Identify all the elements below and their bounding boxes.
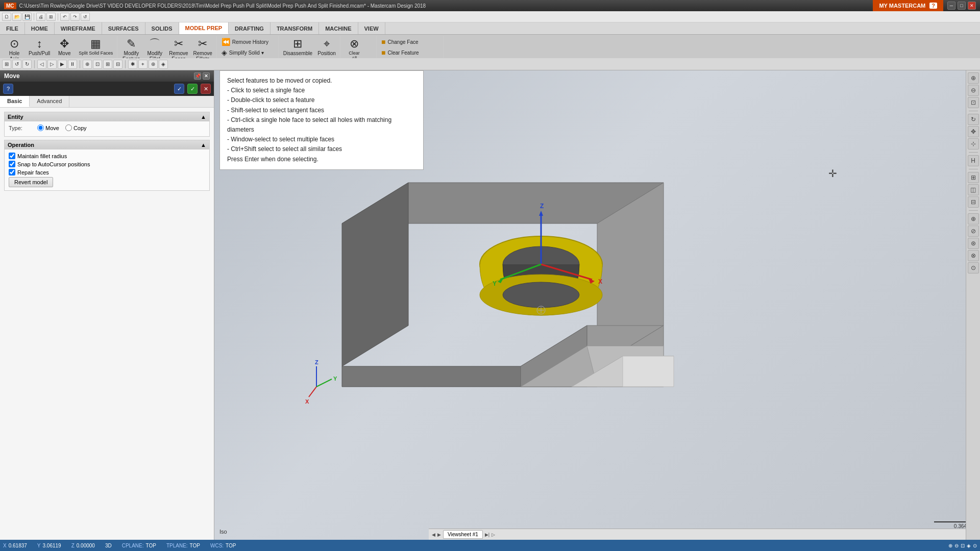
qa-btn-3[interactable]: ↺ xyxy=(81,13,90,21)
viewsheet-prev-arrow[interactable]: ◀ xyxy=(432,532,435,537)
new-button[interactable]: 🗋 xyxy=(2,13,11,21)
qa-btn-2[interactable]: ⊞ xyxy=(46,13,56,21)
rt-extra-3[interactable]: ⊛ xyxy=(968,238,979,249)
panel-help-button[interactable]: ? xyxy=(3,84,13,94)
remove-fillets-icon: ✂ xyxy=(198,38,207,49)
left-panel: Move 📌 ✕ ? ✓ ✓ ✕ Basic Advanced Entity ▲… xyxy=(0,70,214,551)
statusbar-icon-5[interactable]: ⊙ xyxy=(973,543,977,548)
undo-button[interactable]: ↶ xyxy=(60,13,69,21)
viewsheet-scroll-right[interactable]: ▷ xyxy=(492,532,495,537)
titlebar-left: MC C:\Users\Tim Rowley\Google Drive\ST V… xyxy=(4,3,426,9)
position-button[interactable]: ⌖ Position xyxy=(315,37,338,58)
ts-btn-6[interactable]: ▶ xyxy=(58,60,67,69)
ts-btn-4[interactable]: ◁ xyxy=(37,60,46,69)
push-pull-button[interactable]: ↕ Push/Pull xyxy=(27,37,52,58)
help-button[interactable]: ? xyxy=(929,3,937,9)
ts-btn-12[interactable]: ✱ xyxy=(128,60,137,69)
panel-pin-button[interactable]: 📌 xyxy=(194,72,201,80)
rt-zoom-in[interactable]: ⊕ xyxy=(968,72,979,84)
my-mastercam-label[interactable]: MY MASTERCAM xyxy=(879,3,925,9)
ts-btn-14[interactable]: ⊛ xyxy=(149,60,158,69)
tab-home[interactable]: HOME xyxy=(25,22,55,34)
panel-ok-blue-button[interactable]: ✓ xyxy=(174,84,184,94)
ts-btn-15[interactable]: ◈ xyxy=(159,60,168,69)
rt-view-4[interactable]: ⊟ xyxy=(968,196,979,208)
tab-advanced[interactable]: Advanced xyxy=(30,96,69,107)
open-button[interactable]: 📂 xyxy=(12,13,21,21)
snap-autocursor-checkbox[interactable]: Snap to AutoCursor positions xyxy=(9,161,205,167)
panel-close-button[interactable]: ✕ xyxy=(203,72,210,80)
tab-wireframe[interactable]: WIREFRAME xyxy=(55,22,102,34)
tab-model-prep[interactable]: MODEL PREP xyxy=(179,22,229,34)
viewsheet-add-arrow[interactable]: ▶| xyxy=(485,532,489,537)
viewsheet-tab-1[interactable]: Viewsheet #1 xyxy=(443,530,483,539)
move-button[interactable]: ✥ Move xyxy=(53,37,76,58)
operation-section-header[interactable]: Operation ▲ xyxy=(5,140,209,149)
3d-model-svg: Z X Y Z Y X xyxy=(265,121,725,453)
tab-view[interactable]: VIEW xyxy=(358,22,385,34)
ts-btn-7[interactable]: ⏸ xyxy=(68,60,77,69)
rt-extra-1[interactable]: ⊕ xyxy=(968,213,979,224)
close-button[interactable]: ✕ xyxy=(968,2,976,10)
maintain-fillet-checkbox[interactable]: Maintain fillet radius xyxy=(9,153,205,159)
move-icon: ✥ xyxy=(60,38,69,49)
ts-btn-5[interactable]: ▷ xyxy=(47,60,57,69)
right-toolbar: ⊕ ⊖ ⊡ ↻ ✥ ⊹ Η ⊞ ◫ ⊟ ⊕ ⊘ ⊛ ⊗ ⊙ xyxy=(966,70,980,540)
type-radio-group: Move Copy xyxy=(37,124,87,131)
entity-section-header[interactable]: Entity ▲ xyxy=(5,112,209,121)
maximize-button[interactable]: □ xyxy=(958,2,966,10)
repair-faces-checkbox[interactable]: Repair faces xyxy=(9,169,205,176)
tab-surfaces[interactable]: SURFACES xyxy=(102,22,145,34)
change-face-button[interactable]: ■ Change Face xyxy=(379,37,421,47)
ts-btn-8[interactable]: ⊕ xyxy=(83,60,92,69)
rt-view-3[interactable]: ◫ xyxy=(968,184,979,195)
rt-zoom-out[interactable]: ⊖ xyxy=(968,85,979,96)
ts-btn-3[interactable]: ↻ xyxy=(22,60,32,69)
rt-extra-4[interactable]: ⊗ xyxy=(968,250,979,261)
disassemble-icon: ⊞ xyxy=(293,38,302,49)
ts-btn-2[interactable]: ↺ xyxy=(12,60,21,69)
statusbar-icon-1[interactable]: ⊕ xyxy=(948,543,952,548)
iso-label: Iso xyxy=(219,529,227,535)
clear-feature-button[interactable]: ■ Clear Feature xyxy=(379,47,421,58)
tab-solids[interactable]: SOLIDS xyxy=(145,22,179,34)
simplify-solid-button[interactable]: ◈ Simplify Solid ▾ xyxy=(219,47,271,58)
statusbar-icon-4[interactable]: ◈ xyxy=(967,543,971,548)
tab-basic[interactable]: Basic xyxy=(0,96,30,107)
rt-view-1[interactable]: Η xyxy=(968,155,979,166)
ts-btn-9[interactable]: ⊡ xyxy=(93,60,102,69)
split-solid-button[interactable]: ▦ Split Solid Faces xyxy=(77,37,115,57)
ts-btn-11[interactable]: ⊟ xyxy=(113,60,122,69)
tab-machine[interactable]: MACHINE xyxy=(319,22,358,34)
rt-select[interactable]: ⊹ xyxy=(968,138,979,149)
statusbar-icon-3[interactable]: ⊡ xyxy=(961,543,965,548)
rt-extra-5[interactable]: ⊙ xyxy=(968,262,979,273)
tab-drafting[interactable]: DRAFTING xyxy=(229,22,271,34)
minimize-button[interactable]: ─ xyxy=(947,2,955,10)
rt-pan[interactable]: ✥ xyxy=(968,126,979,137)
rt-rotate[interactable]: ↻ xyxy=(968,114,979,125)
rt-sep-3 xyxy=(969,169,978,169)
rt-extra-2[interactable]: ⊘ xyxy=(968,226,979,237)
rt-view-2[interactable]: ⊞ xyxy=(968,172,979,183)
viewsheet-next-arrow[interactable]: ▶ xyxy=(437,532,441,537)
redo-button[interactable]: ↷ xyxy=(70,13,80,21)
revert-model-button[interactable]: Revert model xyxy=(9,177,53,187)
tab-transform[interactable]: TRANSFORM xyxy=(271,22,319,34)
svg-marker-11 xyxy=(623,356,674,387)
rt-fit[interactable]: ⊡ xyxy=(968,97,979,108)
print-button[interactable]: 🖨 xyxy=(36,13,45,21)
position-icon: ⌖ xyxy=(324,38,330,49)
panel-cancel-button[interactable]: ✕ xyxy=(201,84,211,94)
panel-ok-button[interactable]: ✓ xyxy=(187,84,198,94)
ts-btn-13[interactable]: ⌖ xyxy=(138,60,148,69)
save-button[interactable]: 💾 xyxy=(22,13,32,21)
tab-file[interactable]: FILE xyxy=(0,22,25,34)
statusbar-icon-2[interactable]: ⊖ xyxy=(954,543,959,548)
disassemble-button[interactable]: ⊞ Disassemble xyxy=(281,37,314,58)
copy-radio[interactable]: Copy xyxy=(65,124,87,131)
ts-btn-10[interactable]: ⊞ xyxy=(103,60,112,69)
move-radio[interactable]: Move xyxy=(37,124,59,131)
remove-history-button[interactable]: ⏪ Remove History xyxy=(219,37,271,47)
ts-btn-1[interactable]: ⊞ xyxy=(2,60,11,69)
